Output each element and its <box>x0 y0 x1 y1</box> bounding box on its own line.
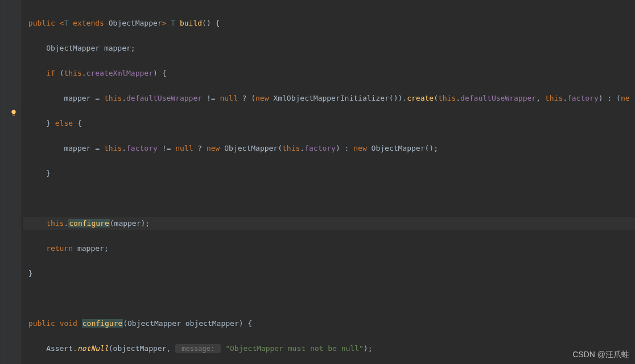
code-line: if (this.createXmlMapper) { <box>23 67 635 80</box>
code-line: mapper = this.factory != null ? new Obje… <box>23 142 635 155</box>
code-line <box>23 192 635 205</box>
intention-bulb-icon[interactable] <box>10 109 17 116</box>
code-line: return mapper; <box>23 242 635 255</box>
code-line <box>23 292 635 305</box>
svg-rect-0 <box>13 115 15 116</box>
code-line-highlighted: this.configure(mapper); <box>23 217 635 230</box>
code-line: } <box>23 167 635 180</box>
code-content[interactable]: public <T extends ObjectMapper> T build(… <box>20 0 635 364</box>
code-line: ObjectMapper mapper; <box>23 42 635 55</box>
code-line: } else { <box>23 117 635 130</box>
code-line: Assert.notNull(objectMapper, message: "O… <box>23 342 635 355</box>
code-editor[interactable]: public <T extends ObjectMapper> T build(… <box>0 0 635 364</box>
code-line: public <T extends ObjectMapper> T build(… <box>23 17 635 30</box>
code-line: public void configure(ObjectMapper objec… <box>23 317 635 330</box>
code-line: mapper = this.defaultUseWrapper != null … <box>23 92 635 105</box>
gutter <box>0 0 20 364</box>
watermark: CSDN @汪爪蛙 <box>572 348 629 361</box>
code-line: } <box>23 267 635 280</box>
